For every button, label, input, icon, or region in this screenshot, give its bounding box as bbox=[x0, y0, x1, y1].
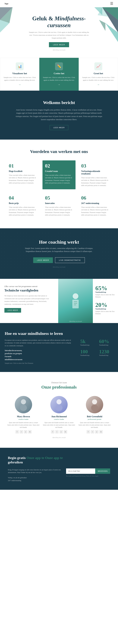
benefit-item-5: 05 Innovaties Vitae suscipit tellus a di… bbox=[43, 192, 75, 219]
social-li-2[interactable]: in bbox=[64, 430, 67, 434]
benefit-item-2: 02 Creatief team Vitae suscipit tellus a… bbox=[43, 160, 75, 189]
app-cta-right: MEEDOEN No credit card Required & Privac… bbox=[66, 468, 110, 477]
app-title-app: Onze app te bbox=[27, 456, 44, 460]
mind-stat-5k-num: 5k bbox=[80, 339, 96, 344]
coaching-cta-button[interactable]: LEES MEER bbox=[33, 257, 53, 263]
features-section: 📊 Visualiseer het Sample text. Click to … bbox=[0, 58, 118, 90]
benefit-item-1: 01 Hoge kwaliteit Vitae suscipit tellus … bbox=[6, 160, 39, 189]
benefit-title-6: 24/7 ondersteuning bbox=[81, 202, 109, 204]
feature-icon-2: ✏️ bbox=[55, 62, 63, 70]
team-subtitle: Ontmoet het team bbox=[6, 382, 112, 384]
hero-title: Geluk & Mindfulness-cursussen bbox=[16, 15, 102, 29]
app-cta-header: Begin gratis Onze app te Onze app te geb… bbox=[8, 456, 110, 465]
member-name-1: Mary Brown bbox=[7, 415, 40, 418]
social-fb-3[interactable]: f bbox=[87, 430, 90, 434]
social-li-1[interactable]: in bbox=[28, 430, 32, 434]
mindfulness-list-item-2: proefssies en groepen bbox=[5, 352, 72, 355]
skills-cta-button[interactable]: LEES MEER bbox=[4, 308, 21, 312]
benefits-grid: 01 Hoge kwaliteit Vitae suscipit tellus … bbox=[6, 160, 112, 219]
hamburger-icon[interactable]: ☰ bbox=[110, 2, 113, 5]
team-member-3: Bob Greenfield professional groene Quae … bbox=[78, 396, 111, 434]
member-bio-1: Quae amet nisl blandit molestie ante ac … bbox=[7, 422, 40, 428]
member-socials-1: f t y in bbox=[7, 430, 40, 434]
social-yt-2[interactable]: y bbox=[59, 430, 63, 434]
email-input[interactable] bbox=[66, 468, 95, 474]
submit-button[interactable]: MEEDOEN bbox=[95, 468, 110, 474]
coaching-body: Simple Text. Lorem ipsum dolor sit amet,… bbox=[21, 247, 97, 253]
member-bio-3: Quae amet nisl blandit molestie ante ac … bbox=[78, 422, 111, 428]
benefit-body-2: Vitae suscipit tellus a diam maecenas se… bbox=[45, 174, 73, 184]
app-cta-list: Volleg- en als-de-gebruiker 24/7 onderst… bbox=[8, 476, 61, 482]
mindfulness-list-label: Sample text. Click to select the Text El… bbox=[5, 362, 72, 364]
svg-point-16 bbox=[57, 399, 61, 404]
member-name-3: Bob Greenfield bbox=[78, 415, 111, 418]
svg-point-9 bbox=[73, 293, 78, 299]
mind-stat-1230: 1230 Voorbeeld kop bbox=[99, 349, 115, 356]
coaching-buttons: LEES MEER LIVE DEMONSTRATIE bbox=[13, 257, 105, 263]
welcome-title: Welkoms bericht bbox=[13, 100, 105, 105]
svg-point-15 bbox=[20, 405, 27, 411]
feature-title-1: Visualiseer het bbox=[3, 72, 36, 75]
stat-65-block: 65% Voorbeeld kop Sample click to select… bbox=[95, 285, 116, 298]
benefit-item-4: 04 Beste prijs Vitae suscipit tellus a d… bbox=[6, 192, 39, 219]
social-fb-1[interactable]: f bbox=[15, 430, 19, 434]
benefit-title-5: Innovaties bbox=[45, 202, 73, 204]
svg-point-18 bbox=[92, 399, 97, 404]
team-caption: Afbeelding door freepik bbox=[6, 437, 112, 438]
team-grid: Mary Brown creative leader Quae amet nis… bbox=[6, 396, 112, 434]
social-fb-2[interactable]: f bbox=[51, 430, 55, 434]
welcome-section: Welkoms bericht Amet luctus venenatis le… bbox=[0, 90, 118, 140]
social-tw-3[interactable]: t bbox=[91, 430, 94, 434]
member-role-3: professional groene bbox=[78, 418, 111, 420]
hero-caption: Afbeelding van freepik bbox=[16, 49, 102, 51]
team-member-1: Mary Brown creative leader Quae amet nis… bbox=[7, 396, 40, 434]
benefit-body-1: Vitae suscipit tellus a diam maecenas se… bbox=[9, 174, 37, 184]
stat-65-label: Voorbeeld kop bbox=[95, 291, 116, 293]
mindfulness-left: Hoe en waar mindfulness te leren Excepte… bbox=[0, 323, 77, 372]
mind-stat-60: 60% Voorbeeld kop bbox=[99, 339, 115, 346]
mindfulness-list: Introductiecursussen, proefssies en groe… bbox=[5, 349, 72, 361]
svg-point-19 bbox=[91, 405, 98, 411]
skills-left-content: Elke cursus van het programma omvat: Tec… bbox=[0, 279, 58, 323]
mindfulness-list-item-4: mindfulnesscursussen bbox=[5, 358, 72, 361]
member-role-2: creative leader bbox=[43, 418, 75, 420]
benefits-section: Voordelen van werken met ons 01 Hoge kwa… bbox=[0, 140, 118, 228]
mind-stat-100: 100 Voorbeeld kop bbox=[80, 349, 96, 356]
feature-arrow-2[interactable]: → bbox=[58, 83, 60, 86]
hero-section: Geluk & Mindfulness-cursussen Sample tex… bbox=[0, 7, 118, 58]
mindfulness-list-item-3: Formele bbox=[5, 355, 72, 358]
social-yt-3[interactable]: y bbox=[95, 430, 99, 434]
mindfulness-stats-grid: 5k Voorbeeld kop 60% Voorbeeld kop 100 V… bbox=[80, 339, 115, 356]
benefit-body-3: Vitae suscipit tellus a diam maecenas se… bbox=[81, 176, 109, 187]
social-yt-1[interactable]: y bbox=[24, 430, 27, 434]
member-role-1: creative leader bbox=[7, 418, 40, 420]
coaching-section: Hoe coaching werkt Simple Text. Lorem ip… bbox=[0, 228, 118, 279]
hero-cta-button[interactable]: LEES MEER bbox=[49, 42, 69, 47]
benefit-title-3: Verbazingwekkende resultaten bbox=[81, 170, 109, 175]
coaching-title: Hoe coaching werkt bbox=[13, 239, 105, 245]
coaching-caption: Afbeelding van freepik bbox=[13, 266, 105, 268]
social-tw-2[interactable]: t bbox=[55, 430, 59, 434]
benefit-body-4: Vitae suscipit tellus a diam maecenas se… bbox=[9, 206, 37, 216]
feature-card-1: 📊 Visualiseer het Sample text. Click to … bbox=[0, 58, 39, 90]
mindfulness-list-item-1: Introductiecursussen, bbox=[5, 349, 72, 352]
coaching-demo-button[interactable]: LIVE DEMONSTRATIE bbox=[55, 257, 85, 263]
benefit-item-6: 06 24/7 ondersteuning Vitae suscipit tel… bbox=[79, 192, 112, 219]
benefit-body-6: Vitae suscipit tellus a diam maecenas se… bbox=[81, 206, 109, 216]
social-tw-1[interactable]: t bbox=[20, 430, 23, 434]
welcome-cta-button[interactable]: LEES MEER bbox=[50, 125, 68, 130]
benefits-title: Voordelen van werken met ons bbox=[6, 149, 112, 154]
feature-arrow-1[interactable]: → bbox=[18, 83, 21, 86]
mindfulness-section: Hoe en waar mindfulness te leren Excepte… bbox=[0, 323, 118, 372]
mindfulness-body: Excepteur sint occaecat cupidatat non pr… bbox=[5, 339, 72, 347]
app-title-post: gebruiken bbox=[8, 460, 23, 464]
app-list-item-2: 24/7 ondersteuning bbox=[8, 479, 61, 482]
feature-arrow-3[interactable]: → bbox=[97, 83, 100, 86]
feature-body-1: Sample text. Click to select the text bo… bbox=[3, 76, 36, 81]
mind-stat-100-num: 100 bbox=[80, 349, 96, 354]
member-socials-2: f t y in bbox=[43, 430, 75, 434]
social-li-3[interactable]: in bbox=[99, 430, 103, 434]
skills-subtitle: Elke cursus van het programma omvat: bbox=[4, 285, 54, 288]
benefit-number-1: 01 bbox=[9, 163, 37, 169]
avatar-2-svg bbox=[54, 398, 64, 411]
